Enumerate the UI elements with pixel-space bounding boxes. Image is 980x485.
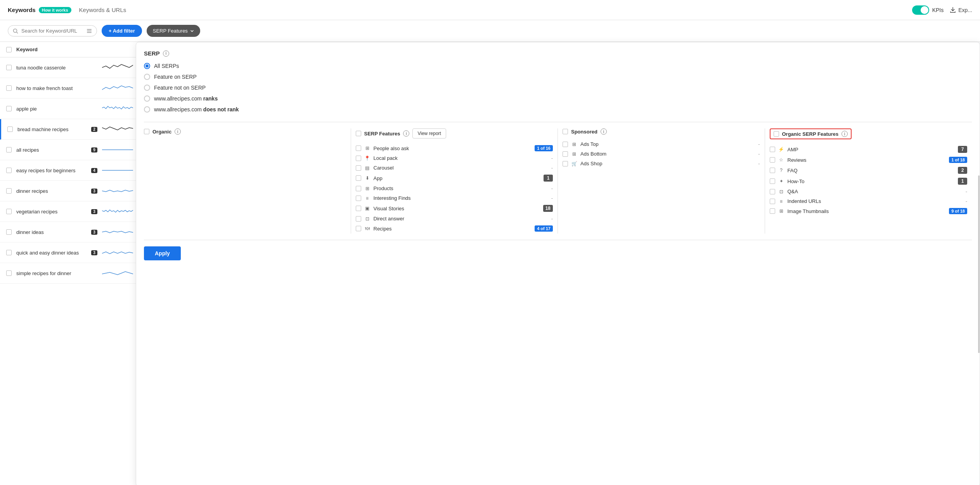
feature-row[interactable]: ✦ How-To 1 <box>770 176 968 187</box>
list-icon[interactable] <box>87 28 92 34</box>
feature-row[interactable]: ⬇ App 1 <box>356 173 553 184</box>
keyword-row[interactable]: dinner ideas 3 <box>0 222 139 242</box>
feature-row[interactable]: ▣ Visual Stories 18 <box>356 203 553 214</box>
feature-checkbox[interactable] <box>770 157 775 163</box>
sponsored-info-icon[interactable]: i <box>601 128 607 135</box>
apply-button[interactable]: Apply <box>144 246 181 260</box>
feature-checkbox[interactable] <box>770 147 775 152</box>
export-button[interactable]: Exp... <box>950 7 972 13</box>
feature-checkbox[interactable] <box>563 151 568 157</box>
kpis-toggle[interactable]: KPIs <box>912 5 944 15</box>
radio-allrecipes-not-rank[interactable]: www.allrecipes.com does not rank <box>144 106 972 113</box>
row-checkbox[interactable] <box>6 188 12 194</box>
feature-checkbox[interactable] <box>770 208 775 214</box>
feature-name: FAQ <box>788 168 955 173</box>
radio-all-serps[interactable]: All SERPs <box>144 63 972 69</box>
feature-name: Ads Top <box>580 141 755 147</box>
feature-count: - <box>551 165 553 171</box>
radio-label: www.allrecipes.com ranks <box>154 95 218 102</box>
how-it-works-badge[interactable]: How it works <box>39 7 71 13</box>
radio-label: Feature on SERP <box>154 74 197 80</box>
keywords-urls-tab[interactable]: Keywords & URLs <box>79 7 126 13</box>
keyword-badge: 3 <box>91 189 97 194</box>
radio-allrecipes-ranks[interactable]: www.allrecipes.com ranks <box>144 95 972 102</box>
feature-checkbox[interactable] <box>356 156 361 161</box>
feature-checkbox[interactable] <box>356 175 361 181</box>
feature-row[interactable]: ☆ Reviews 1 of 18 <box>770 155 968 165</box>
serp-features-info-icon[interactable]: i <box>403 130 409 137</box>
serp-title: SERP i <box>144 50 972 57</box>
organic-serp-checkbox[interactable] <box>774 131 779 137</box>
organic-serp-info-icon[interactable]: i <box>841 131 848 137</box>
select-all-checkbox[interactable] <box>6 47 12 52</box>
keyword-row[interactable]: vegetarian recipes 3 <box>0 201 139 222</box>
keywords-tab[interactable]: Keywords How it works <box>8 7 71 13</box>
dropdown-overlay: SERP i All SERPs Feature on SERP <box>0 42 980 485</box>
radio-feature-on-serp[interactable]: Feature on SERP <box>144 74 972 80</box>
keyword-row[interactable]: all recipes 9 <box>0 140 139 160</box>
feature-row[interactable]: ⊞ Products - <box>356 184 553 193</box>
keyword-row[interactable]: dinner recipes 3 <box>0 181 139 201</box>
organic-checkbox[interactable] <box>144 129 149 134</box>
kpis-toggle-switch[interactable] <box>912 5 929 15</box>
keyword-row[interactable]: quick and easy dinner ideas 3 <box>0 242 139 263</box>
feature-row[interactable]: 🍽 Recipes 4 of 17 <box>356 223 553 234</box>
feature-row[interactable]: ? FAQ 2 <box>770 165 968 176</box>
keyword-row[interactable]: bread machine recipes 2 <box>0 119 139 140</box>
row-checkbox[interactable] <box>6 209 12 214</box>
feature-row[interactable]: ⊞ Ads Bottom - <box>563 149 760 159</box>
feature-row[interactable]: 🛒 Ads Shop - <box>563 159 760 168</box>
serp-features-button[interactable]: SERP Features <box>147 25 200 37</box>
feature-row[interactable]: ⚡ AMP 7 <box>770 144 968 155</box>
row-checkbox[interactable] <box>6 147 12 152</box>
serp-features-column: SERP Features i View report ⊞ People als… <box>351 128 558 234</box>
sparkline <box>102 166 133 175</box>
radio-feature-not-on-serp[interactable]: Feature not on SERP <box>144 85 972 91</box>
view-report-button[interactable]: View report <box>412 128 446 139</box>
feature-row[interactable]: ⊞ Image Thumbnails 9 of 18 <box>770 206 968 216</box>
feature-checkbox[interactable] <box>356 165 361 171</box>
feature-checkbox[interactable] <box>770 168 775 173</box>
add-filter-button[interactable]: + Add filter <box>102 25 142 37</box>
row-checkbox[interactable] <box>6 168 12 173</box>
keyword-row[interactable]: apple pie <box>0 99 139 119</box>
row-checkbox[interactable] <box>6 270 12 276</box>
keyword-row[interactable]: how to make french toast <box>0 78 139 99</box>
feature-checkbox[interactable] <box>356 186 361 191</box>
search-input[interactable] <box>21 28 83 34</box>
feature-checkbox[interactable] <box>356 146 361 151</box>
feature-checkbox[interactable] <box>563 142 568 147</box>
row-checkbox[interactable] <box>6 229 12 235</box>
feature-checkbox[interactable] <box>770 189 775 194</box>
keyword-row[interactable]: tuna noodle casserole <box>0 57 139 78</box>
row-checkbox[interactable] <box>7 126 13 132</box>
feature-row[interactable]: ⊞ Ads Top - <box>563 139 760 149</box>
keyword-row[interactable]: simple recipes for dinner <box>0 263 139 284</box>
feature-row[interactable]: 📍 Local pack - <box>356 153 553 163</box>
feature-row[interactable]: ⊡ Q&A - <box>770 187 968 196</box>
feature-row[interactable]: ▤ Carousel - <box>356 163 553 173</box>
feature-checkbox[interactable] <box>356 226 361 231</box>
feature-row[interactable]: ⊡ Direct answer - <box>356 214 553 223</box>
serp-features-checkbox[interactable] <box>356 131 361 136</box>
sponsored-checkbox[interactable] <box>563 129 568 134</box>
feature-checkbox[interactable] <box>356 196 361 201</box>
row-checkbox[interactable] <box>6 250 12 255</box>
how-to-icon: ✦ <box>778 178 784 184</box>
row-checkbox[interactable] <box>6 106 12 111</box>
feature-checkbox[interactable] <box>356 206 361 211</box>
row-checkbox[interactable] <box>6 65 12 70</box>
row-checkbox[interactable] <box>6 85 12 91</box>
serp-info-icon[interactable]: i <box>163 50 169 57</box>
keyword-row[interactable]: easy recipes for beginners 4 <box>0 160 139 181</box>
feature-row[interactable]: ≡ Interesting Finds - <box>356 193 553 203</box>
feature-checkbox[interactable] <box>356 216 361 222</box>
organic-info-icon[interactable]: i <box>175 128 181 135</box>
search-input-wrap[interactable] <box>8 25 97 36</box>
scrollbar[interactable] <box>978 175 980 353</box>
feature-checkbox[interactable] <box>770 199 775 204</box>
feature-checkbox[interactable] <box>563 161 568 166</box>
feature-row[interactable]: ≡ Indented URLs - <box>770 196 968 206</box>
feature-checkbox[interactable] <box>770 178 775 184</box>
feature-row[interactable]: ⊞ People also ask 1 of 16 <box>356 143 553 153</box>
